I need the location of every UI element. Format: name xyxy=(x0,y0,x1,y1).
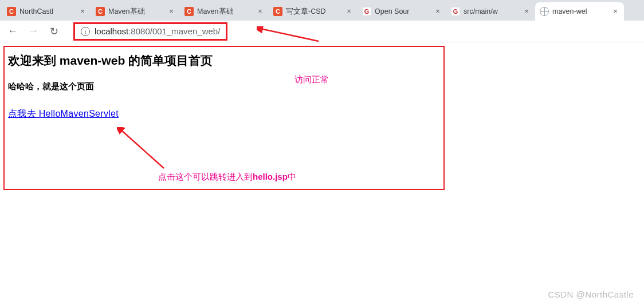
tab-title: Maven基础 xyxy=(197,7,253,17)
favicon-icon: C xyxy=(7,7,16,16)
favicon-icon: C xyxy=(184,7,194,16)
tab-title: Maven基础 xyxy=(108,7,164,17)
tab-0[interactable]: CNorthCastl× xyxy=(2,2,91,21)
tab-3[interactable]: C写文章-CSD× xyxy=(269,2,358,21)
favicon-icon: G xyxy=(451,7,460,16)
page-heading: 欢迎来到 maven-web 的简单项目首页 xyxy=(8,53,440,69)
tab-strip: CNorthCastl×CMaven基础×CMaven基础×C写文章-CSD×G… xyxy=(0,0,644,21)
close-icon[interactable]: × xyxy=(256,7,264,15)
tab-title: 写文章-CSD xyxy=(286,7,341,17)
address-bar-wrap: i localhost:8080/001_maven_web/ xyxy=(66,23,639,40)
close-icon[interactable]: × xyxy=(434,7,442,15)
close-icon[interactable]: × xyxy=(611,7,619,15)
tab-4[interactable]: GOpen Sour× xyxy=(358,2,446,21)
arrow-left-icon: ← xyxy=(7,25,18,37)
favicon-icon: G xyxy=(362,7,371,16)
tab-title: NorthCastl xyxy=(19,7,75,15)
annotation-access-ok: 访问正常 xyxy=(294,74,329,85)
reload-button[interactable]: ↻ xyxy=(46,23,62,39)
page-content: 欢迎来到 maven-web 的简单项目首页 哈哈哈，就是这个页面 点我去 He… xyxy=(0,42,644,193)
close-icon[interactable]: × xyxy=(523,7,531,15)
annotation-click-hint-bold: hello.jsp xyxy=(253,172,288,181)
content-highlight-box: 欢迎来到 maven-web 的简单项目首页 哈哈哈，就是这个页面 点我去 He… xyxy=(3,46,445,190)
toolbar: ← → ↻ i localhost:8080/001_maven_web/ xyxy=(0,21,644,42)
arrow-right-icon: → xyxy=(28,25,38,37)
watermark: CSDN @NorthCastle xyxy=(548,290,634,299)
servlet-link[interactable]: 点我去 HelloMavenServlet xyxy=(8,109,119,118)
favicon-icon: C xyxy=(96,7,105,16)
url-port: :8080 xyxy=(128,26,150,36)
tab-6[interactable]: maven-wel× xyxy=(535,2,624,21)
tab-2[interactable]: CMaven基础× xyxy=(180,2,269,21)
close-icon[interactable]: × xyxy=(167,7,175,15)
favicon-icon: C xyxy=(273,7,282,16)
tab-title: maven-wel xyxy=(552,7,608,15)
back-button[interactable]: ← xyxy=(5,23,21,39)
tab-title: src/main/w xyxy=(464,7,519,15)
url-text: localhost:8080/001_maven_web/ xyxy=(95,26,220,36)
close-icon[interactable]: × xyxy=(78,7,87,15)
svg-line-1 xyxy=(120,129,164,168)
address-bar[interactable]: i localhost:8080/001_maven_web/ xyxy=(73,22,227,41)
url-host: localhost xyxy=(95,26,128,36)
tab-5[interactable]: Gsrc/main/w× xyxy=(446,2,535,21)
annotation-click-hint-post: 中 xyxy=(288,172,296,181)
forward-button[interactable]: → xyxy=(25,23,41,39)
annotation-click-hint-pre: 点击这个可以跳转进入到 xyxy=(158,172,253,181)
arrow-to-link-icon xyxy=(117,127,168,172)
favicon-icon xyxy=(540,7,549,16)
tab-title: Open Sour xyxy=(375,7,430,15)
close-icon[interactable]: × xyxy=(345,7,353,15)
reload-icon: ↻ xyxy=(50,25,58,38)
browser-chrome: CNorthCastl×CMaven基础×CMaven基础×C写文章-CSD×G… xyxy=(0,0,644,42)
site-info-icon[interactable]: i xyxy=(81,27,90,36)
page-subheading: 哈哈哈，就是这个页面 xyxy=(8,81,440,92)
url-path: /001_maven_web/ xyxy=(150,26,221,36)
annotation-click-hint: 点击这个可以跳转进入到hello.jsp中 xyxy=(158,172,296,183)
tab-1[interactable]: CMaven基础× xyxy=(91,2,180,21)
